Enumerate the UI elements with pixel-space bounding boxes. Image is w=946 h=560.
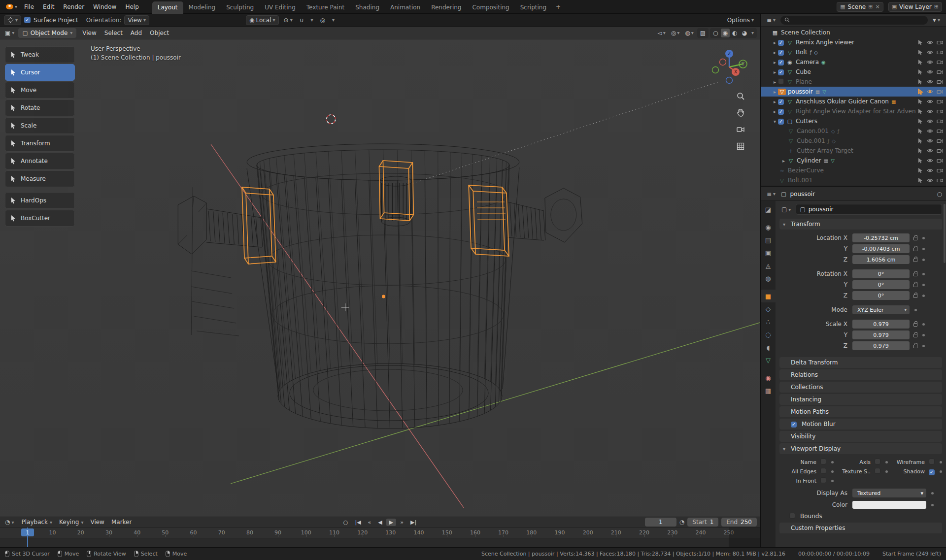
- animate-decorator[interactable]: [922, 334, 925, 336]
- properties-tab[interactable]: [761, 221, 776, 233]
- selectable-icon[interactable]: [917, 39, 923, 45]
- value-field[interactable]: 1.6056 cm ▾: [852, 255, 910, 264]
- outliner-row[interactable]: Cylinder: [761, 156, 946, 165]
- tool-button[interactable]: Cursor: [5, 64, 75, 81]
- outliner-row[interactable]: BezierCurve: [761, 165, 946, 175]
- hide-eye-icon[interactable]: [927, 128, 933, 134]
- properties-tab[interactable]: [761, 233, 776, 246]
- tool-button[interactable]: Measure: [5, 170, 75, 187]
- animate-decorator[interactable]: [940, 461, 942, 463]
- use-preview-range-icon[interactable]: ◔: [679, 519, 684, 526]
- disable-render-camera-icon[interactable]: [937, 138, 943, 144]
- timeline-menu[interactable]: View ▾: [87, 518, 107, 527]
- selectable-icon[interactable]: [917, 89, 923, 95]
- option-checkbox[interactable]: [820, 477, 826, 485]
- animate-decorator[interactable]: [940, 470, 942, 473]
- animate-decorator[interactable]: [931, 492, 934, 494]
- pin-icon[interactable]: ○: [937, 191, 942, 198]
- lock-icon[interactable]: [913, 284, 917, 287]
- outliner-row[interactable]: Camera: [761, 57, 946, 67]
- disable-render-camera-icon[interactable]: [937, 128, 943, 134]
- snap-toggle[interactable]: ∪: [298, 16, 306, 24]
- lock-icon[interactable]: [913, 323, 917, 327]
- expander-icon[interactable]: [772, 69, 778, 75]
- collapsed-panel-header[interactable]: Visibility: [779, 431, 942, 442]
- play-button[interactable]: ▶: [386, 519, 396, 526]
- exclude-checkbox[interactable]: [778, 68, 784, 75]
- workspace-tab[interactable]: Modeling: [183, 1, 221, 14]
- properties-tab[interactable]: [761, 259, 776, 272]
- pan-hand-icon[interactable]: [736, 108, 745, 117]
- selectable-icon[interactable]: [917, 158, 923, 164]
- auto-keying-toggle[interactable]: ○: [340, 519, 351, 526]
- selectable-icon[interactable]: [917, 138, 923, 144]
- workspace-tab[interactable]: Animation: [385, 1, 426, 14]
- exclude-checkbox[interactable]: [778, 108, 784, 115]
- outliner-row[interactable]: Canon.001: [761, 126, 946, 136]
- outliner-row[interactable]: Cutter Array Target: [761, 146, 946, 156]
- selectable-icon[interactable]: [917, 148, 923, 154]
- hide-eye-icon[interactable]: [927, 89, 933, 95]
- outliner-row[interactable]: Cube: [761, 67, 946, 77]
- hide-eye-icon[interactable]: [927, 118, 933, 124]
- workspace-tab[interactable]: Texture Paint: [301, 1, 350, 14]
- disable-render-camera-icon[interactable]: [937, 49, 943, 55]
- expander-icon[interactable]: [772, 119, 778, 124]
- navigation-gizmo[interactable]: Z Y X: [710, 47, 749, 87]
- shading-material-button[interactable]: ◐: [730, 29, 739, 37]
- new-scene-icon[interactable]: ⊞: [868, 3, 873, 10]
- collapsed-panel-header[interactable]: Instancing: [779, 394, 942, 405]
- hide-eye-icon[interactable]: [927, 69, 933, 75]
- value-field[interactable]: 0° ▾: [852, 291, 910, 300]
- camera-view-icon[interactable]: [736, 125, 745, 134]
- option-checkbox[interactable]: [875, 468, 880, 475]
- menubar-menu[interactable]: Edit: [38, 2, 59, 12]
- properties-tab[interactable]: [761, 354, 776, 366]
- timeline-menu[interactable]: Keying ▾: [56, 518, 87, 527]
- outliner-row[interactable]: Bolt: [761, 47, 946, 57]
- tool-button[interactable]: Rotate: [5, 99, 75, 116]
- shading-wireframe-button[interactable]: ○: [711, 29, 720, 37]
- gizmos-dropdown[interactable]: ◎ ▾: [669, 29, 682, 37]
- disable-render-camera-icon[interactable]: [937, 99, 943, 104]
- disable-render-camera-icon[interactable]: [937, 59, 943, 65]
- transform-panel-header[interactable]: ▾ Transform: [779, 219, 942, 230]
- play-reverse-button[interactable]: ◀: [375, 519, 385, 526]
- expander-icon[interactable]: [772, 109, 778, 114]
- shading-options-dropdown[interactable]: ▾: [749, 29, 756, 36]
- expander-icon[interactable]: [772, 50, 778, 55]
- menubar-menu[interactable]: Help: [121, 2, 143, 12]
- outliner-row[interactable]: Cutters: [761, 116, 946, 126]
- animate-decorator[interactable]: [922, 284, 925, 286]
- properties-tab[interactable]: [761, 384, 776, 397]
- orientation-dropdown[interactable]: View ▾: [124, 15, 149, 25]
- animate-decorator[interactable]: [922, 295, 925, 297]
- hide-eye-icon[interactable]: [927, 49, 933, 55]
- workspace-tab[interactable]: Sculpting: [221, 1, 259, 14]
- properties-tab[interactable]: [761, 290, 776, 302]
- editor-type-dropdown[interactable]: ▣ ▾: [3, 29, 16, 37]
- expander-icon[interactable]: [780, 158, 787, 164]
- option-checkbox[interactable]: [929, 459, 935, 466]
- options-dropdown[interactable]: Options ▾: [725, 16, 756, 24]
- xray-toggle[interactable]: ▨: [698, 29, 708, 37]
- hide-eye-icon[interactable]: [927, 99, 933, 104]
- hide-eye-icon[interactable]: [927, 138, 933, 144]
- exclude-checkbox[interactable]: [778, 49, 784, 56]
- workspace-tab[interactable]: Compositing: [467, 1, 514, 14]
- option-checkbox[interactable]: [820, 459, 826, 466]
- tool-button[interactable]: Tweak: [5, 46, 75, 63]
- mode-dropdown[interactable]: ▢ Object Mode ▾: [18, 28, 76, 38]
- transform-orientation-dropdown[interactable]: ◉ Local ▾: [246, 15, 279, 25]
- lock-icon[interactable]: [913, 345, 917, 348]
- perspective-grid-icon[interactable]: [736, 142, 745, 151]
- disable-render-camera-icon[interactable]: [937, 69, 943, 75]
- display-as-dropdown[interactable]: Textured ▾: [852, 489, 926, 497]
- tool-button[interactable]: Scale: [5, 117, 75, 134]
- selectable-icon[interactable]: [917, 108, 923, 114]
- properties-tab[interactable]: [761, 246, 776, 259]
- option-checkbox[interactable]: [875, 459, 880, 466]
- tool-button[interactable]: HardOps: [5, 192, 75, 209]
- viewport-display-panel-header[interactable]: ▾ Viewport Display: [779, 443, 942, 454]
- outliner-row[interactable]: Bolt.001: [761, 175, 946, 185]
